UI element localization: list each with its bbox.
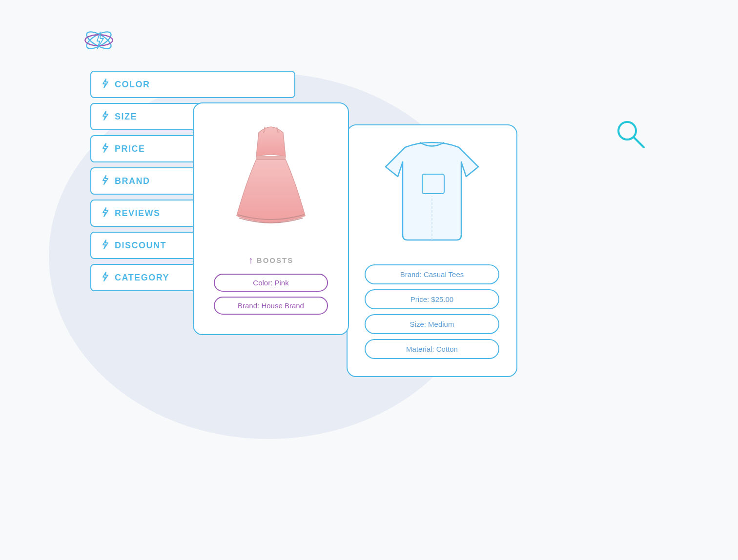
svg-marker-6: [103, 143, 108, 152]
filter-label-color: COLOR: [115, 80, 150, 90]
svg-line-18: [634, 137, 644, 147]
tshirt-size-tag: Size: Medium: [365, 314, 499, 334]
boosts-section: ↑ BOOSTS: [248, 255, 293, 266]
dress-brand-tag: Brand: House Brand: [214, 297, 328, 315]
svg-marker-5: [103, 111, 108, 120]
bolt-icon-size: [101, 111, 109, 122]
filter-label-brand: BRAND: [115, 176, 150, 186]
tshirt-product-card: Brand: Casual Tees Price: $25.00 Size: M…: [347, 124, 517, 377]
svg-marker-10: [103, 272, 108, 281]
filter-label-price: PRICE: [115, 144, 145, 154]
app-logo: [81, 22, 117, 59]
bolt-icon-color: [101, 79, 109, 90]
filter-label-category: CATEGORY: [115, 273, 169, 283]
bolt-icon-price: [101, 143, 109, 155]
tshirt-price-tag: Price: $25.00: [365, 289, 499, 309]
svg-marker-8: [103, 208, 108, 217]
dress-image: [222, 118, 320, 245]
arrow-up-icon: ↑: [248, 255, 254, 266]
search-icon[interactable]: [614, 117, 648, 153]
dress-color-tag: Color: Pink: [214, 274, 328, 292]
filter-item-color[interactable]: COLOR: [90, 71, 295, 98]
filter-label-reviews: REVIEWS: [115, 208, 161, 219]
tshirt-material-tag: Material: Cotton: [365, 339, 499, 359]
bolt-icon-brand: [101, 175, 109, 187]
dress-product-card: ↑ BOOSTS Color: Pink Brand: House Brand: [193, 102, 349, 335]
bolt-icon-discount: [101, 240, 109, 251]
bolt-icon-reviews: [101, 207, 109, 219]
boosts-text: BOOSTS: [257, 256, 293, 264]
filter-label-discount: DISCOUNT: [115, 240, 166, 251]
bolt-icon-category: [101, 272, 109, 283]
svg-marker-9: [103, 240, 108, 249]
svg-marker-7: [103, 176, 108, 184]
svg-marker-4: [103, 79, 108, 88]
tshirt-brand-tag: Brand: Casual Tees: [365, 264, 499, 284]
filter-label-size: SIZE: [115, 112, 137, 122]
tshirt-image: [376, 138, 488, 255]
